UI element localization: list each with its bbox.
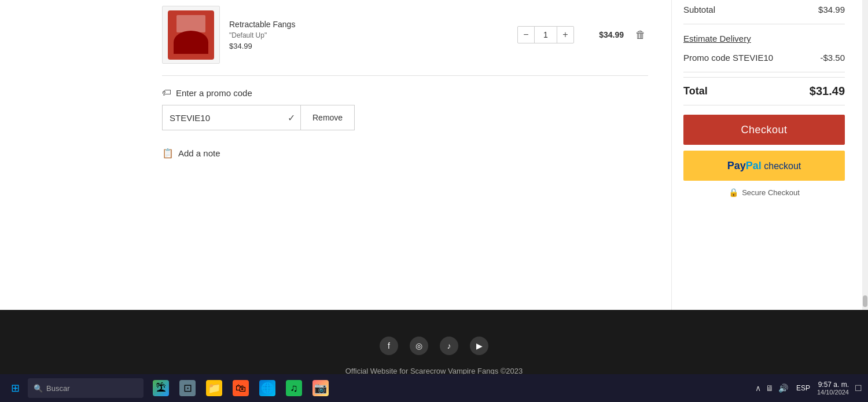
promo-discount-value: -$3.50	[820, 53, 845, 63]
facebook-icon[interactable]: f	[380, 337, 398, 355]
taskbar: ⊞ 🔍 Buscar 🏝 ⊡ 📁 🛍 🌐 ♫ 📷 ∧ 🖥	[0, 374, 868, 402]
quantity-input[interactable]	[534, 27, 557, 43]
promo-row: Promo code STEVIE10 -$3.50	[683, 48, 845, 67]
edge-app-icon: 🌐	[259, 380, 275, 396]
store-app-icon: 🛍	[233, 380, 249, 396]
subtotal-value: $34.99	[818, 5, 845, 14]
task-app-icon: ⊡	[179, 380, 196, 396]
product-total-price: $34.99	[583, 30, 624, 39]
subtotal-row: Subtotal $34.99	[683, 0, 845, 19]
clock-date: 14/10/2024	[817, 389, 849, 396]
spotify-app-icon: ♫	[286, 380, 302, 396]
estimate-delivery-link[interactable]: Estimate Delivery	[683, 34, 751, 43]
taskbar-app-photo[interactable]: 📷	[308, 375, 333, 401]
total-value: $31.49	[810, 85, 845, 98]
taskbar-apps: 🏝 ⊡ 📁 🛍 🌐 ♫ 📷	[148, 375, 333, 401]
note-label[interactable]: 📋 Add a note	[162, 148, 648, 159]
tag-icon: 🏷	[162, 87, 171, 98]
note-label-text: Add a note	[178, 148, 220, 158]
quantity-increase-button[interactable]: +	[557, 27, 573, 43]
taskbar-app-task[interactable]: ⊡	[175, 375, 200, 401]
subtotal-label: Subtotal	[683, 5, 715, 14]
total-label: Total	[683, 85, 708, 97]
taskbar-search-box[interactable]: 🔍 Buscar	[28, 378, 144, 398]
volume-icon[interactable]: 🔊	[777, 382, 789, 394]
taskbar-clock[interactable]: 9:57 a. m. 14/10/2024	[817, 381, 849, 396]
divider-2	[683, 72, 845, 72]
taskbar-search-text: Buscar	[46, 384, 69, 393]
secure-checkout: 🔒 Secure Checkout	[683, 188, 845, 197]
paypal-logo-text: PayPal checkout	[727, 160, 801, 172]
quantity-controls: − +	[517, 26, 574, 43]
quantity-decrease-button[interactable]: −	[518, 27, 534, 43]
lock-icon: 🔒	[729, 188, 738, 197]
product-info: Retractable Fangs "Default Up" $34.99	[229, 20, 508, 50]
tiktok-icon[interactable]: ♪	[440, 337, 458, 355]
chevron-up-icon[interactable]: ∧	[754, 382, 762, 394]
promo-section: 🏷 Enter a promo code ✓ Remove	[162, 76, 648, 142]
taskbar-app-edge[interactable]: 🌐	[255, 375, 280, 401]
taskbar-tray: ∧ 🖥 🔊	[754, 382, 789, 394]
trash-icon: 🗑	[635, 29, 646, 41]
product-thumbnail	[168, 10, 214, 60]
promo-label-text: Enter a promo code	[176, 88, 252, 98]
note-section: 📋 Add a note	[162, 142, 648, 165]
remove-promo-button[interactable]: Remove	[301, 105, 355, 130]
monitor-icon[interactable]: 🖥	[764, 382, 775, 394]
cart-section: Retractable Fangs "Default Up" $34.99 − …	[0, 0, 671, 310]
promo-code-label: Promo code STEVIE10	[683, 53, 773, 63]
promo-input-wrapper: ✓	[162, 105, 301, 130]
landscape-app-icon: 🏝	[153, 380, 169, 396]
taskbar-app-store[interactable]: 🛍	[228, 375, 253, 401]
scrollbar-track[interactable]	[862, 0, 868, 310]
secure-checkout-text: Secure Checkout	[742, 188, 800, 197]
taskbar-app-folder[interactable]: 📁	[201, 375, 227, 401]
social-icons: f ◎ ♪ ▶	[380, 337, 488, 355]
language-indicator: ESP	[794, 383, 812, 393]
photo-app-icon: 📷	[312, 380, 329, 396]
note-icon: 📋	[162, 148, 174, 159]
search-icon: 🔍	[34, 384, 43, 393]
instagram-icon[interactable]: ◎	[410, 337, 428, 355]
delivery-row: Estimate Delivery	[683, 29, 845, 48]
promo-input-row: ✓ Remove	[162, 105, 648, 130]
taskbar-app-spotify[interactable]: ♫	[281, 375, 307, 401]
promo-label: 🏷 Enter a promo code	[162, 87, 648, 98]
folder-app-icon: 📁	[206, 380, 222, 396]
scrollbar-thumb[interactable]	[863, 295, 867, 307]
clock-time: 9:57 a. m.	[817, 381, 849, 389]
windows-start-button[interactable]: ⊞	[5, 378, 25, 399]
checkout-button[interactable]: Checkout	[683, 115, 845, 145]
paypal-checkout-label: checkout	[764, 161, 801, 171]
divider-1	[683, 24, 845, 24]
notification-icon[interactable]: ☐	[854, 382, 863, 394]
delete-product-button[interactable]: 🗑	[633, 27, 648, 43]
product-image	[162, 6, 220, 64]
taskbar-app-landscape[interactable]: 🏝	[148, 375, 174, 401]
order-summary: Subtotal $34.99 Estimate Delivery Promo …	[671, 0, 868, 310]
taskbar-right: ∧ 🖥 🔊 ESP 9:57 a. m. 14/10/2024 ☐	[754, 381, 863, 396]
product-row: Retractable Fangs "Default Up" $34.99 − …	[162, 0, 648, 76]
product-title: Retractable Fangs	[229, 20, 508, 29]
paypal-checkout-button[interactable]: PayPal checkout	[683, 151, 845, 181]
promo-code-input[interactable]	[162, 105, 301, 130]
total-row: Total $31.49	[683, 77, 845, 105]
product-price-small: $34.99	[229, 42, 508, 50]
windows-logo-icon: ⊞	[11, 382, 20, 394]
youtube-icon[interactable]: ▶	[470, 337, 488, 355]
product-variant: "Default Up"	[229, 31, 508, 39]
